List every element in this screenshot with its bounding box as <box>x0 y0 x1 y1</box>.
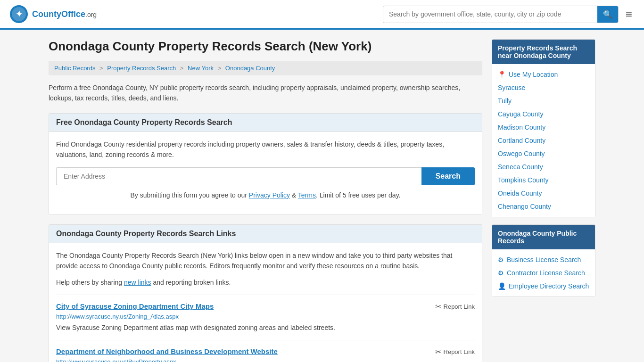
sidebar-item-tompkins-county[interactable]: Tompkins County <box>492 173 595 187</box>
links-intro-text: The Onondaga County Property Records Sea… <box>56 250 475 272</box>
nearby-content: 📍 Use My Location Syracuse Tully Cayuga … <box>492 64 595 217</box>
nearby-header: Property Records Search near Onondaga Co… <box>492 40 595 64</box>
sidebar-item-label: Tully <box>498 97 512 105</box>
sidebar-item-tully[interactable]: Tully <box>492 94 595 107</box>
gear-icon: ⚙ <box>498 256 504 263</box>
help-text-prefix: Help others by sharing <box>56 279 124 286</box>
sidebar-item-business-license[interactable]: ⚙ Business License Search <box>492 253 595 266</box>
location-pin-icon: 📍 <box>498 71 506 78</box>
link-item: Department of Neighborhood and Business … <box>56 340 475 362</box>
page-title: Onondaga County Property Records Search … <box>49 39 482 54</box>
link-item-header-1: City of Syracuse Zoning Department City … <box>56 302 475 311</box>
report-link-button-1[interactable]: ✂ Report Link <box>435 302 475 311</box>
form-disclaimer: By submitting this form you agree to our… <box>56 190 475 200</box>
sidebar-use-my-location[interactable]: 📍 Use My Location <box>492 68 595 81</box>
nearby-box: Property Records Search near Onondaga Co… <box>492 39 595 217</box>
sidebar-item-contractor-license[interactable]: ⚙ Contractor License Search <box>492 266 595 280</box>
disclaimer-and: & <box>290 191 298 199</box>
sidebar-item-label: Oneida County <box>498 189 542 197</box>
sidebar-item-label: Cayuga County <box>498 110 544 118</box>
sidebar-item-label: Business License Search <box>507 256 581 263</box>
sidebar-item-employee-directory[interactable]: 👤 Employee Directory Search <box>492 280 595 293</box>
report-label-1: Report Link <box>444 303 475 310</box>
breadcrumb-new-york[interactable]: New York <box>188 65 214 72</box>
main-content: Onondaga County Property Records Search … <box>49 39 482 362</box>
link-item-header-2: Department of Neighborhood and Business … <box>56 347 475 356</box>
link-desc-1: View Syracuse Zoning Department atlas ma… <box>56 323 475 333</box>
logo[interactable]: ✦ CountyOffice.org <box>9 5 97 24</box>
breadcrumb-onondaga[interactable]: Onondaga County <box>225 65 275 72</box>
sidebar-item-label: Contractor License Search <box>507 269 585 277</box>
sidebar-item-syracuse[interactable]: Syracuse <box>492 81 595 94</box>
public-records-content: ⚙ Business License Search ⚙ Contractor L… <box>492 249 595 296</box>
sidebar-item-madison-county[interactable]: Madison County <box>492 121 595 134</box>
sidebar-item-label: Chenango County <box>498 203 551 210</box>
breadcrumb-sep-2: > <box>180 65 185 72</box>
links-section: Onondaga County Property Records Search … <box>49 224 482 362</box>
links-section-header: Onondaga County Property Records Search … <box>49 225 482 243</box>
sidebar-item-label: Tompkins County <box>498 176 548 184</box>
free-search-description: Find Onondaga County residential propert… <box>56 139 475 160</box>
sidebar-item-seneca-county[interactable]: Seneca County <box>492 160 595 173</box>
logo-icon: ✦ <box>9 5 28 24</box>
property-search-form: Search <box>56 167 475 185</box>
search-icon: 🔍 <box>603 10 612 18</box>
breadcrumb-sep-3: > <box>218 65 223 72</box>
logo-text: CountyOffice.org <box>32 9 97 19</box>
page-intro-description: Perform a free Onondaga County, NY publi… <box>49 82 482 104</box>
free-search-header: Free Onondaga County Property Records Se… <box>49 114 482 132</box>
breadcrumb-sep-1: > <box>99 65 105 72</box>
terms-link[interactable]: Terms <box>298 191 316 199</box>
disclaimer-prefix: By submitting this form you agree to our <box>131 191 249 199</box>
link-title-1[interactable]: City of Syracuse Zoning Department City … <box>56 302 214 310</box>
link-url-1[interactable]: http://www.syracuse.ny.us/Zoning_Atlas.a… <box>56 313 475 320</box>
public-records-box: Onondaga County Public Records ⚙ Busines… <box>492 224 595 297</box>
global-search-bar: 🔍 <box>383 6 619 23</box>
report-icon-2: ✂ <box>435 347 441 356</box>
gear-icon: ⚙ <box>498 269 504 277</box>
link-item: City of Syracuse Zoning Department City … <box>56 295 475 340</box>
sidebar-item-label: Madison County <box>498 123 545 131</box>
link-url-2[interactable]: http://www.syracuse.ny.us/BuyProperty.as… <box>56 358 475 362</box>
sidebar-item-cayuga-county[interactable]: Cayuga County <box>492 107 595 121</box>
breadcrumb-property-records[interactable]: Property Records Search <box>107 65 176 72</box>
global-search-button[interactable]: 🔍 <box>597 6 618 23</box>
privacy-policy-link[interactable]: Privacy Policy <box>249 191 290 199</box>
breadcrumb-public-records[interactable]: Public Records <box>54 65 95 72</box>
breadcrumb: Public Records > Property Records Search… <box>49 61 482 75</box>
sidebar-item-label: Cortland County <box>498 137 545 144</box>
free-search-section: Free Onondaga County Property Records Se… <box>49 113 482 215</box>
sidebar-item-label: Employee Directory Search <box>509 282 589 290</box>
free-search-content: Find Onondaga County residential propert… <box>49 132 482 214</box>
help-text: Help others by sharing new links and rep… <box>56 277 475 288</box>
svg-text:✦: ✦ <box>16 9 23 19</box>
main-container: Onondaga County Property Records Search … <box>39 30 605 362</box>
link-title-2[interactable]: Department of Neighborhood and Business … <box>56 347 278 355</box>
sidebar-item-label: Oswego County <box>498 150 545 157</box>
hamburger-menu-button[interactable]: ≡ <box>623 5 635 23</box>
header-right: 🔍 ≡ <box>383 5 635 23</box>
site-header: ✦ CountyOffice.org 🔍 ≡ <box>0 0 644 30</box>
sidebar: Property Records Search near Onondaga Co… <box>492 39 595 362</box>
sidebar-item-label: Syracuse <box>498 84 525 91</box>
public-records-header: Onondaga County Public Records <box>492 225 595 249</box>
report-label-2: Report Link <box>444 348 475 355</box>
property-search-button[interactable]: Search <box>421 167 475 185</box>
sidebar-item-label: Seneca County <box>498 163 543 171</box>
help-text-suffix: and reporting broken links. <box>151 279 231 286</box>
person-icon: 👤 <box>498 282 506 290</box>
sidebar-item-cortland-county[interactable]: Cortland County <box>492 134 595 147</box>
new-links-link[interactable]: new links <box>124 279 151 286</box>
links-section-content: The Onondaga County Property Records Sea… <box>49 243 482 362</box>
global-search-input[interactable] <box>383 7 597 22</box>
report-icon-1: ✂ <box>435 302 441 311</box>
report-link-button-2[interactable]: ✂ Report Link <box>435 347 475 356</box>
disclaimer-suffix: . Limit of 5 free uses per day. <box>316 191 401 199</box>
sidebar-item-oswego-county[interactable]: Oswego County <box>492 147 595 160</box>
sidebar-item-oneida-county[interactable]: Oneida County <box>492 187 595 200</box>
address-input[interactable] <box>56 167 421 185</box>
sidebar-item-chenango-county[interactable]: Chenango County <box>492 200 595 213</box>
use-my-location-label: Use My Location <box>509 71 558 78</box>
